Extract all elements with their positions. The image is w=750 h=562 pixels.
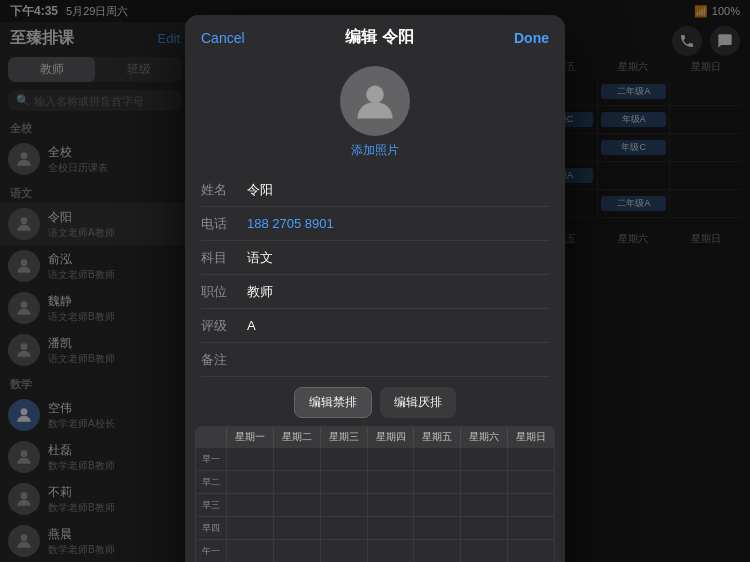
sched-cell[interactable] (273, 540, 320, 562)
sched-cell[interactable] (320, 448, 367, 470)
modal-buttons: 编辑禁排 编辑厌排 (185, 387, 565, 418)
sched-cell[interactable] (507, 517, 554, 539)
sched-cell[interactable] (226, 494, 273, 516)
sched-row-zao3: 早三 (196, 493, 554, 516)
field-position: 职位 教师 (201, 275, 549, 309)
sched-cell[interactable] (413, 540, 460, 562)
sched-cell[interactable] (460, 448, 507, 470)
sched-cell[interactable] (413, 517, 460, 539)
sched-cell[interactable] (273, 494, 320, 516)
sched-time-2: 早二 (196, 471, 226, 493)
sched-cell[interactable] (273, 471, 320, 493)
sched-cell[interactable] (413, 494, 460, 516)
field-grade: 评级 A (201, 309, 549, 343)
modal-title: 编辑 令阳 (345, 27, 413, 48)
sched-cell[interactable] (507, 471, 554, 493)
sched-time-5: 午一 (196, 540, 226, 562)
edit-modal: Cancel 编辑 令阳 Done 添加照片 姓名 令阳 电话 188 2705… (185, 15, 565, 562)
sched-cell[interactable] (367, 471, 414, 493)
sched-cell[interactable] (226, 540, 273, 562)
sched-header: 星期一 星期二 星期三 星期四 星期五 星期六 星期日 (196, 427, 554, 447)
sched-time-1: 早一 (196, 448, 226, 470)
modal-header: Cancel 编辑 令阳 Done (185, 15, 565, 56)
sched-cell[interactable] (507, 494, 554, 516)
sched-row-zao2: 早二 (196, 470, 554, 493)
sched-cell[interactable] (367, 494, 414, 516)
sched-day-4: 星期四 (367, 427, 414, 447)
sched-row-zao1: 早一 (196, 447, 554, 470)
done-button[interactable]: Done (514, 30, 549, 46)
sched-day-1: 星期一 (226, 427, 273, 447)
sched-day-7: 星期日 (507, 427, 554, 447)
field-value-subject[interactable]: 语文 (247, 249, 549, 267)
sched-cell[interactable] (413, 448, 460, 470)
cancel-button[interactable]: Cancel (201, 30, 245, 46)
field-name: 姓名 令阳 (201, 173, 549, 207)
sched-cell[interactable] (507, 448, 554, 470)
sched-cell[interactable] (460, 471, 507, 493)
sched-cell[interactable] (226, 471, 273, 493)
modal-schedule: 星期一 星期二 星期三 星期四 星期五 星期六 星期日 早一 早二 (195, 426, 555, 562)
sched-day-2: 星期二 (273, 427, 320, 447)
sched-time-3: 早三 (196, 494, 226, 516)
sched-day-5: 星期五 (413, 427, 460, 447)
sched-cell[interactable] (460, 517, 507, 539)
field-value-grade[interactable]: A (247, 318, 549, 333)
sched-cell[interactable] (226, 517, 273, 539)
sched-cell[interactable] (273, 517, 320, 539)
sched-cell[interactable] (367, 517, 414, 539)
svg-point-10 (366, 86, 384, 104)
sched-cell[interactable] (413, 471, 460, 493)
edit-dislike-button[interactable]: 编辑厌排 (380, 387, 456, 418)
sched-cell[interactable] (507, 540, 554, 562)
sched-cell[interactable] (320, 517, 367, 539)
add-photo-button[interactable]: 添加照片 (351, 142, 399, 159)
sched-cell[interactable] (320, 540, 367, 562)
field-phone: 电话 188 2705 8901 (201, 207, 549, 241)
sched-cell[interactable] (367, 448, 414, 470)
sched-cell[interactable] (367, 540, 414, 562)
sched-day-3: 星期三 (320, 427, 367, 447)
sched-cell[interactable] (460, 494, 507, 516)
avatar-section: 添加照片 (185, 56, 565, 173)
sched-row-wu1: 午一 (196, 539, 554, 562)
sched-time-4: 早四 (196, 517, 226, 539)
sched-cell[interactable] (320, 471, 367, 493)
sched-cell[interactable] (460, 540, 507, 562)
field-value-position[interactable]: 教师 (247, 283, 549, 301)
field-value-phone[interactable]: 188 2705 8901 (247, 216, 549, 231)
modal-fields: 姓名 令阳 电话 188 2705 8901 科目 语文 职位 教师 评级 A … (185, 173, 565, 377)
field-value-name[interactable]: 令阳 (247, 181, 549, 199)
sched-day-6: 星期六 (460, 427, 507, 447)
modal-avatar[interactable] (340, 66, 410, 136)
sched-cell[interactable] (226, 448, 273, 470)
edit-ban-button[interactable]: 编辑禁排 (294, 387, 372, 418)
sched-row-zao4: 早四 (196, 516, 554, 539)
field-note: 备注 (201, 343, 549, 377)
field-subject: 科目 语文 (201, 241, 549, 275)
sched-cell[interactable] (273, 448, 320, 470)
sched-cell[interactable] (320, 494, 367, 516)
